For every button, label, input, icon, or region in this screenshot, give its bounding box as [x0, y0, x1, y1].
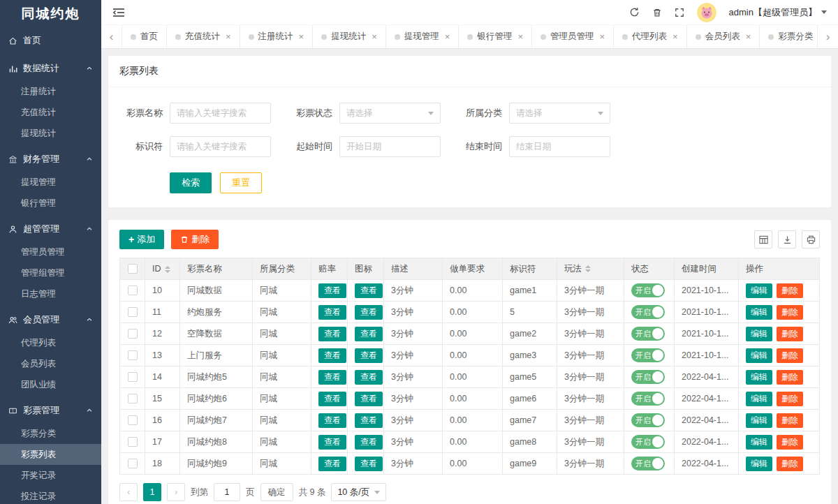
sidebar-item-bet-records[interactable]: 投注记录	[0, 486, 101, 504]
tabs-scroll-right-button[interactable]: ›	[817, 25, 838, 48]
row-delete-button[interactable]: 删除	[777, 435, 803, 450]
sidebar-collapse-icon[interactable]	[112, 8, 125, 17]
next-page-button[interactable]: ›	[167, 483, 185, 501]
tab-close-icon[interactable]: ×	[372, 31, 377, 42]
jump-confirm-button[interactable]: 确定	[260, 483, 293, 501]
tab-close-icon[interactable]: ×	[226, 31, 231, 42]
view-button[interactable]: 查看	[355, 435, 383, 450]
search-button[interactable]: 检索	[170, 172, 212, 193]
status-toggle[interactable]: 开启	[631, 457, 665, 470]
row-delete-button[interactable]: 删除	[777, 413, 803, 428]
view-button[interactable]: 查看	[318, 327, 346, 341]
export-button[interactable]	[778, 230, 796, 249]
edit-button[interactable]: 编辑	[746, 457, 772, 471]
sidebar-item-bank-manage[interactable]: 银行管理	[0, 193, 101, 214]
sidebar-item-register-stats[interactable]: 注册统计	[0, 81, 101, 102]
row-delete-button[interactable]: 删除	[777, 348, 803, 363]
edit-button[interactable]: 编辑	[746, 392, 772, 406]
edit-button[interactable]: 编辑	[746, 348, 772, 363]
view-button[interactable]: 查看	[355, 413, 383, 428]
row-checkbox[interactable]	[128, 415, 138, 425]
view-button[interactable]: 查看	[318, 413, 346, 428]
tab-close-icon[interactable]: ×	[672, 31, 678, 42]
row-delete-button[interactable]: 删除	[777, 370, 803, 385]
row-checkbox[interactable]	[128, 437, 138, 447]
row-delete-button[interactable]: 删除	[777, 283, 803, 298]
filter-columns-button[interactable]	[754, 230, 772, 249]
current-page[interactable]: 1	[143, 483, 161, 501]
add-button[interactable]: + 添加	[119, 230, 164, 249]
clear-cache-trash-icon[interactable]	[652, 8, 662, 17]
tab-recharge-stats[interactable]: 充值统计×	[167, 25, 240, 48]
tab-close-icon[interactable]: ×	[299, 31, 304, 42]
tab-close-icon[interactable]: ×	[517, 31, 523, 42]
page-size-select[interactable]: 10 条/页	[331, 483, 386, 501]
print-button[interactable]	[802, 230, 820, 249]
tab-withdraw-stats[interactable]: 提现统计×	[313, 25, 386, 48]
filter-select-lottery-status[interactable]: 请选择	[339, 103, 441, 124]
status-toggle[interactable]: 开启	[631, 435, 665, 449]
tabs-scroll-left-button[interactable]: ‹	[101, 25, 122, 48]
view-button[interactable]: 查看	[355, 305, 383, 320]
sidebar-item-team-performance[interactable]: 团队业绩	[0, 374, 101, 395]
status-toggle[interactable]: 开启	[631, 305, 665, 319]
sidebar-item-recharge-stats[interactable]: 充值统计	[0, 102, 101, 123]
status-toggle[interactable]: 开启	[631, 392, 665, 406]
tab-close-icon[interactable]: ×	[599, 31, 605, 42]
sidebar-item-lottery-list[interactable]: 彩票列表	[0, 444, 101, 465]
row-checkbox[interactable]	[128, 329, 138, 339]
edit-button[interactable]: 编辑	[746, 413, 772, 428]
view-button[interactable]: 查看	[355, 327, 383, 341]
row-checkbox[interactable]	[128, 286, 138, 295]
sidebar-item-agent-list[interactable]: 代理列表	[0, 332, 101, 353]
view-button[interactable]: 查看	[318, 348, 346, 363]
row-delete-button[interactable]: 删除	[777, 457, 803, 471]
view-button[interactable]: 查看	[318, 435, 346, 450]
jump-page-input[interactable]	[214, 483, 240, 501]
row-checkbox[interactable]	[128, 394, 138, 403]
sidebar-item-super-admin[interactable]: 超管管理	[0, 216, 101, 242]
sidebar-item-home[interactable]: 首页	[0, 28, 101, 53]
view-button[interactable]: 查看	[318, 370, 346, 385]
sidebar-item-finance-manage[interactable]: 财务管理	[0, 147, 101, 172]
sidebar-item-log-manage[interactable]: 日志管理	[0, 283, 101, 304]
batch-delete-button[interactable]: 删除	[171, 230, 219, 249]
tab-agent-list[interactable]: 代理列表×	[614, 25, 687, 48]
reset-button[interactable]: 重置	[220, 172, 262, 193]
filter-input-lottery-name[interactable]	[170, 103, 271, 124]
tab-admin-manage[interactable]: 管理员管理×	[532, 25, 614, 48]
edit-button[interactable]: 编辑	[746, 327, 772, 341]
view-button[interactable]: 查看	[355, 370, 383, 385]
sort-icon[interactable]	[585, 265, 591, 272]
row-delete-button[interactable]: 删除	[777, 305, 803, 320]
view-button[interactable]: 查看	[355, 348, 383, 363]
sidebar-item-withdraw-stats[interactable]: 提现统计	[0, 123, 101, 144]
view-button[interactable]: 查看	[355, 457, 383, 471]
sidebar-item-lottery-manage[interactable]: 彩票管理	[0, 398, 101, 423]
view-button[interactable]: 查看	[318, 392, 346, 406]
view-button[interactable]: 查看	[355, 392, 383, 406]
sidebar-item-admin-manage[interactable]: 管理员管理	[0, 242, 101, 262]
row-checkbox[interactable]	[128, 372, 138, 382]
status-toggle[interactable]: 开启	[631, 283, 665, 297]
edit-button[interactable]: 编辑	[746, 305, 772, 320]
tab-bank-manage[interactable]: 银行管理×	[459, 25, 532, 48]
view-button[interactable]: 查看	[318, 457, 346, 471]
row-checkbox[interactable]	[128, 350, 138, 360]
sidebar-item-member-list[interactable]: 会员列表	[0, 353, 101, 374]
fullscreen-icon[interactable]	[675, 8, 684, 17]
view-button[interactable]: 查看	[318, 305, 346, 320]
prev-page-button[interactable]: ‹	[119, 483, 138, 501]
view-button[interactable]: 查看	[355, 283, 383, 298]
filter-select-category[interactable]: 请选择	[509, 103, 610, 124]
sidebar-item-member-manage[interactable]: 会员管理	[0, 307, 101, 332]
row-checkbox[interactable]	[128, 459, 138, 468]
tab-close-icon[interactable]: ×	[746, 31, 751, 42]
filter-input-end-time[interactable]	[509, 136, 610, 157]
sidebar-item-admin-group-manage[interactable]: 管理组管理	[0, 262, 101, 283]
tab-close-icon[interactable]: ×	[445, 31, 450, 42]
edit-button[interactable]: 编辑	[746, 283, 772, 298]
tab-lottery-category[interactable]: 彩票分类×	[760, 25, 817, 48]
avatar[interactable]	[697, 3, 716, 22]
sort-icon[interactable]	[165, 266, 170, 273]
